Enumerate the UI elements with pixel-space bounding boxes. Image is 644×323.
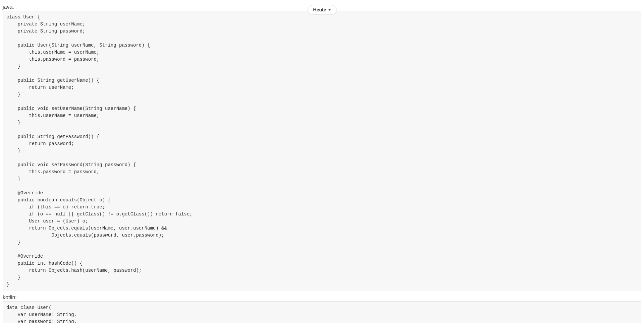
java-code-block: class User { private String userName; pr… (3, 11, 641, 291)
kotlin-code-block: data class User( var userName: String, v… (3, 301, 641, 323)
date-pill[interactable]: Heute (308, 5, 337, 14)
java-section: java: class User { private String userNa… (3, 4, 641, 291)
date-pill-label: Heute (313, 7, 326, 12)
kotlin-label: kotlin: (3, 295, 641, 301)
chevron-down-icon (328, 9, 331, 11)
kotlin-section: kotlin: data class User( var userName: S… (3, 295, 641, 323)
